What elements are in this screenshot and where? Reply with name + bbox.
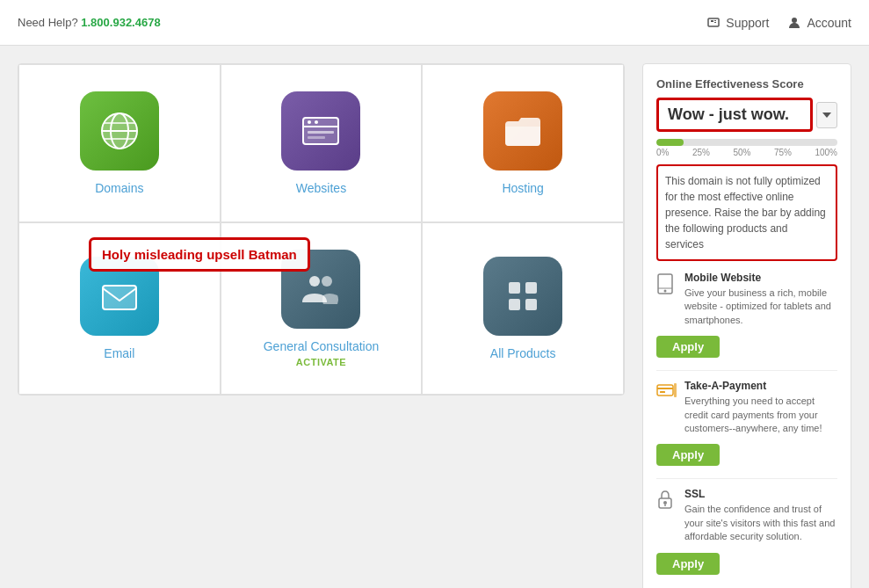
allproducts-icon-bg [483,257,562,336]
websites-icon-bg [281,91,360,171]
score-bar-labels: 0% 25% 50% 75% 100% [656,148,837,157]
allproducts-label: All Products [490,346,556,360]
consultation-label: General Consultation [264,339,380,353]
mobile-desc: Give your business a rich, mobile websit… [684,287,837,327]
score-bar-fill [656,139,684,146]
products-panel: Domains Websites [18,63,625,396]
svg-point-32 [663,501,667,505]
svg-point-13 [308,120,311,124]
mobile-title: Mobile Website [684,272,837,284]
account-nav[interactable]: Account [786,15,851,31]
svg-point-19 [322,276,332,287]
chevron-down-icon [822,113,831,118]
hosting-folder-icon [501,109,545,153]
svg-rect-3 [714,22,716,23]
email-envelope-icon [98,274,141,318]
apply-mobile-button[interactable]: Apply [656,336,720,358]
svg-rect-16 [308,136,325,139]
payment-title: Take-A-Payment [684,380,837,392]
upsell-payment: Take-A-Payment Everything you need to ac… [656,380,837,466]
account-icon [786,15,802,31]
upsell-ssl: SSL Gain the confidence and trust of you… [656,488,837,574]
websites-browser-icon [299,109,343,153]
product-domains[interactable]: Domains [18,64,221,222]
support-nav[interactable]: Support [706,15,769,31]
hosting-label: Hosting [502,181,543,195]
svg-point-18 [309,276,320,287]
svg-rect-17 [103,286,136,309]
domains-icon-bg [80,91,159,171]
svg-rect-0 [708,18,719,26]
help-text: Need Help? 1.800.932.4678 [18,16,161,29]
score-bar-track [656,139,837,146]
score-dropdown-btn[interactable] [816,102,837,128]
score-header: Wow - just wow. [656,98,837,132]
upsell-mobile: Mobile Website Give your business a rich… [656,272,837,358]
apply-payment-button[interactable]: Apply [656,444,720,466]
support-label: Support [726,16,769,30]
svg-rect-1 [711,20,713,22]
svg-rect-30 [674,383,677,397]
websites-label: Websites [296,181,346,195]
svg-rect-22 [509,299,520,310]
header-nav: Support Account [706,15,851,31]
score-panel: Online Effectiveness Score Wow - just wo… [642,63,851,588]
score-bar: 0% 25% 50% 75% 100% [656,139,837,157]
product-allproducts[interactable]: All Products [422,222,624,395]
account-label: Account [807,16,851,30]
main-wrapper: Domains Websites [0,46,869,588]
allproducts-grid-icon [501,274,545,318]
support-icon [706,15,721,31]
svg-point-4 [792,18,797,23]
wow-annotation: Wow - just wow. [656,98,813,132]
svg-rect-27 [657,385,673,396]
domains-label: Domains [95,181,143,195]
header: Need Help? 1.800.932.4678 Support [0,0,869,46]
svg-point-25 [664,290,667,293]
lock-icon [656,490,677,511]
ssl-desc: Gain the confidence and trust of your si… [684,503,837,543]
payment-desc: Everything you need to accept credit car… [684,395,837,435]
phone-link[interactable]: 1.800.932.4678 [81,16,160,29]
svg-rect-15 [308,131,334,134]
score-description: This domain is not fully optimized for t… [656,164,837,261]
mobile-icon [656,273,677,294]
hosting-icon-bg [483,91,562,171]
batman-annotation: Holy misleading upsell Batman [89,237,310,272]
consultation-people-icon [299,267,343,311]
product-websites[interactable]: Websites [221,64,423,222]
consultation-sublabel: ACTIVATE [296,357,346,367]
payment-icon [656,381,677,403]
svg-rect-29 [660,391,665,393]
divider-2 [656,478,837,479]
product-hosting[interactable]: Hosting [422,64,624,222]
email-label: Email [104,346,134,360]
score-title: Online Effectiveness Score [656,77,837,91]
svg-rect-21 [525,282,537,294]
svg-rect-23 [525,299,537,310]
divider-1 [656,370,837,371]
ssl-title: SSL [684,488,837,500]
apply-ssl-button[interactable]: Apply [656,553,720,575]
domains-globe-icon [98,109,141,153]
svg-point-14 [315,120,318,124]
svg-rect-20 [509,282,520,294]
products-grid: Domains Websites [18,64,624,395]
svg-rect-2 [714,20,716,21]
